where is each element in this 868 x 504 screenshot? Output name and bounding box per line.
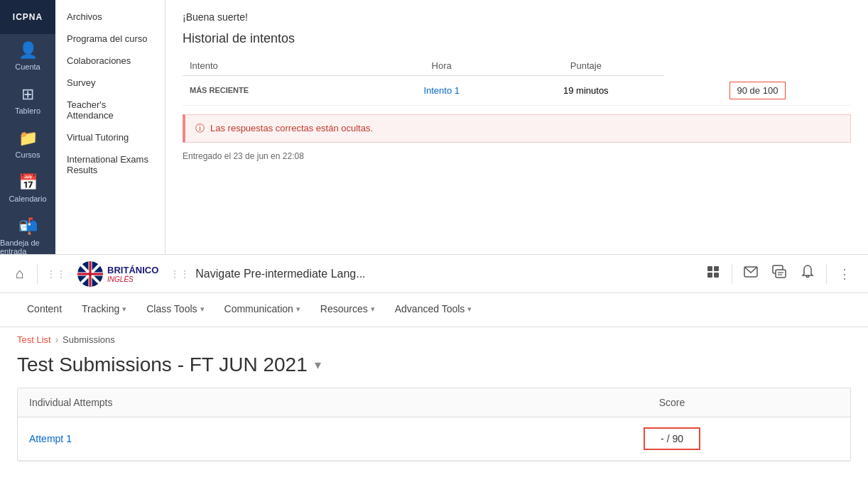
title-chevron-icon[interactable]: ▾ bbox=[315, 357, 321, 373]
table-header-row: Individual Attempts Score bbox=[18, 388, 850, 417]
warning-box: ⓘ Las respuestas correctas están ocultas… bbox=[183, 114, 851, 143]
attempt-cell: Attempt 1 bbox=[18, 417, 494, 461]
britanico-name-block: BRITÁNICO INGLÉS bbox=[107, 265, 158, 283]
bottom-panel: ⌂ ⋮⋮ BRITÁNICO INGLÉS ⋮⋮ Na bbox=[0, 254, 868, 504]
good-luck-text: ¡Buena suerte! bbox=[183, 11, 851, 23]
page-title-bar: Test Submissions - FT JUN 2021 ▾ bbox=[0, 349, 868, 388]
chevron-down-icon: ▾ bbox=[296, 305, 300, 314]
home-button[interactable]: ⌂ bbox=[11, 261, 28, 286]
tab-communication-label: Communication bbox=[224, 303, 293, 314]
puntaje-score: 90 de 100 bbox=[729, 82, 786, 99]
col-puntaje-header: Puntaje bbox=[508, 56, 664, 76]
table-row: MÁS RECIENTE Intento 1 19 minutos 90 de … bbox=[183, 76, 851, 106]
submitted-text: Entregado el 23 de jun en 22:08 bbox=[183, 151, 851, 161]
britanico-flag-icon bbox=[77, 261, 103, 287]
sidebar-logo: ICPNA bbox=[0, 0, 55, 34]
nav-international-exams[interactable]: International Exams Results bbox=[55, 148, 165, 181]
attempt-1-link[interactable]: Attempt 1 bbox=[29, 433, 72, 444]
course-title: Navigate Pre-intermediate Lang... bbox=[195, 268, 695, 280]
svg-rect-13 bbox=[776, 270, 786, 278]
col-score: Score bbox=[494, 388, 850, 417]
page-title: Test Submissions - FT JUN 2021 bbox=[17, 354, 308, 376]
chevron-down-icon: ▾ bbox=[200, 305, 205, 314]
tab-advanced-tools[interactable]: Advanced Tools ▾ bbox=[385, 293, 482, 327]
drag-handle-2: ⋮⋮ bbox=[170, 268, 190, 280]
attempts-table: Intento Hora Puntaje MÁS RECIENTE Intent… bbox=[183, 56, 851, 106]
sidebar-item-calendario[interactable]: 📅 Calendario bbox=[0, 166, 55, 210]
chevron-down-icon: ▾ bbox=[467, 305, 472, 314]
bandeja-icon: 📬 bbox=[18, 217, 38, 236]
chat-icon bbox=[772, 265, 786, 279]
britanico-sub: INGLÉS bbox=[107, 275, 158, 283]
svg-rect-7 bbox=[707, 266, 712, 271]
calendario-icon: 📅 bbox=[18, 173, 38, 192]
tablero-icon: ⊞ bbox=[21, 85, 34, 104]
warning-text: Las respuestas correctas están ocultas. bbox=[210, 123, 373, 133]
breadcrumb: Test List › Submissions bbox=[0, 327, 868, 349]
breadcrumb-parent[interactable]: Test List bbox=[17, 334, 51, 345]
divider-3 bbox=[826, 264, 827, 284]
svg-rect-10 bbox=[714, 273, 719, 278]
grid-icon bbox=[706, 265, 720, 279]
tab-class-tools-label: Class Tools bbox=[146, 303, 197, 314]
chevron-down-icon: ▾ bbox=[371, 305, 375, 314]
nav-programa[interactable]: Programa del curso bbox=[55, 28, 165, 50]
nav-archivos[interactable]: Archivos bbox=[55, 6, 165, 28]
row-puntaje: 90 de 100 bbox=[664, 76, 851, 106]
tab-class-tools[interactable]: Class Tools ▾ bbox=[136, 293, 214, 327]
row-hora: 19 minutos bbox=[508, 76, 664, 106]
sidebar-item-tablero[interactable]: ⊞ Tablero bbox=[0, 78, 55, 122]
tab-content[interactable]: Content bbox=[17, 293, 72, 327]
nav-colaboraciones[interactable]: Colaboraciones bbox=[55, 50, 165, 72]
col-hora-header: Hora bbox=[376, 56, 508, 76]
main-tabs: Content Tracking ▾ Class Tools ▾ Communi… bbox=[0, 293, 868, 327]
mail-icon bbox=[744, 266, 758, 278]
secondary-nav: Archivos Programa del curso Colaboracion… bbox=[55, 0, 166, 256]
chevron-down-icon: ▾ bbox=[122, 305, 126, 314]
breadcrumb-separator: › bbox=[55, 334, 58, 345]
submissions-table: Individual Attempts Score Attempt 1 - / … bbox=[18, 388, 850, 461]
divider-2 bbox=[732, 264, 732, 284]
row-label: MÁS RECIENTE bbox=[183, 76, 376, 106]
bell-button[interactable] bbox=[795, 260, 820, 287]
row-intento[interactable]: Intento 1 bbox=[376, 76, 508, 106]
course-bar: ⌂ ⋮⋮ BRITÁNICO INGLÉS ⋮⋮ Na bbox=[0, 255, 868, 293]
table-row: Attempt 1 - / 90 bbox=[18, 417, 850, 461]
quiz-results-panel: ¡Buena suerte! Historial de intentos Int… bbox=[166, 0, 868, 256]
drag-handle-1: ⋮⋮ bbox=[46, 268, 66, 280]
tab-content-label: Content bbox=[27, 303, 62, 314]
divider-1 bbox=[37, 264, 38, 284]
tab-resources[interactable]: Resources ▾ bbox=[310, 293, 385, 327]
sidebar-item-cursos[interactable]: 📁 Cursos bbox=[0, 122, 55, 166]
tab-advanced-tools-label: Advanced Tools bbox=[395, 303, 465, 314]
more-options-button[interactable]: ⋮ bbox=[832, 262, 857, 286]
svg-rect-9 bbox=[707, 273, 712, 278]
warning-icon: ⓘ bbox=[195, 122, 205, 135]
col-individual-attempts: Individual Attempts bbox=[18, 388, 494, 417]
cursos-icon: 📁 bbox=[18, 129, 38, 148]
mail-button[interactable] bbox=[738, 262, 764, 285]
nav-virtual-tutoring[interactable]: Virtual Tutoring bbox=[55, 126, 165, 148]
bell-icon bbox=[801, 264, 815, 280]
grid-view-button[interactable] bbox=[700, 261, 726, 287]
score-cell: - / 90 bbox=[494, 417, 850, 461]
britanico-name: BRITÁNICO bbox=[107, 265, 158, 275]
britanico-logo: BRITÁNICO INGLÉS bbox=[72, 261, 164, 287]
tab-communication[interactable]: Communication ▾ bbox=[215, 293, 310, 327]
tab-tracking[interactable]: Tracking ▾ bbox=[72, 293, 136, 327]
breadcrumb-current: Submissions bbox=[63, 334, 115, 345]
tab-resources-label: Resources bbox=[320, 303, 368, 314]
course-bar-icons: ⋮ bbox=[700, 260, 857, 287]
submissions-table-container: Individual Attempts Score Attempt 1 - / … bbox=[17, 388, 851, 461]
tab-tracking-label: Tracking bbox=[82, 303, 119, 314]
score-value: - / 90 bbox=[644, 427, 700, 450]
nav-teachers-attendance[interactable]: Teacher's Attendance bbox=[55, 94, 165, 126]
chat-button[interactable] bbox=[766, 261, 792, 287]
history-title: Historial de intentos bbox=[183, 31, 851, 46]
cuenta-icon: 👤 bbox=[18, 41, 38, 60]
svg-rect-8 bbox=[714, 266, 719, 271]
col-intento-header: Intento bbox=[183, 56, 376, 76]
nav-survey[interactable]: Survey bbox=[55, 72, 165, 94]
sidebar-item-cuenta[interactable]: 👤 Cuenta bbox=[0, 34, 55, 78]
intento-link[interactable]: Intento 1 bbox=[423, 85, 460, 96]
